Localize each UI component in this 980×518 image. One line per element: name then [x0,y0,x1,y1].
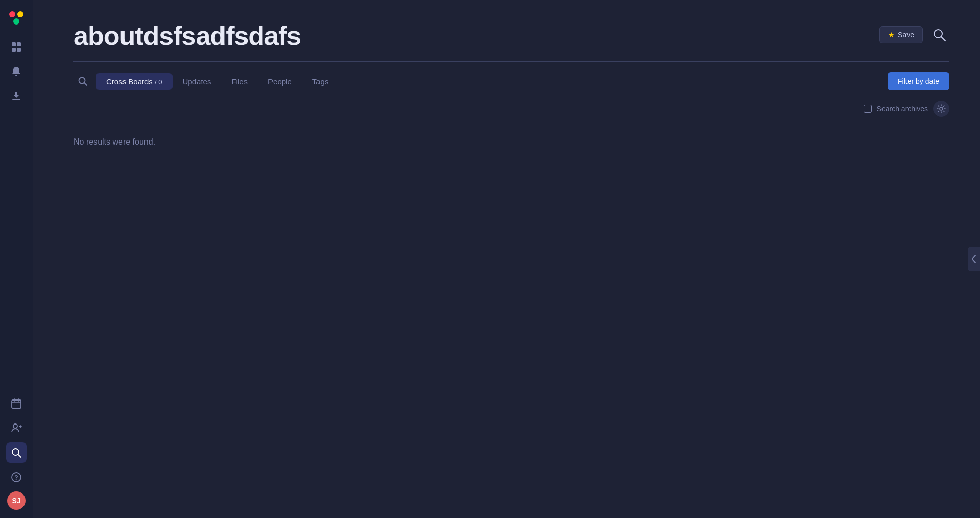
sidebar-item-search[interactable] [6,442,27,463]
tab-people[interactable]: People [258,73,302,90]
svg-rect-7 [12,99,20,100]
tab-files[interactable]: Files [221,73,258,90]
sidebar-item-help[interactable]: ? [6,467,27,487]
archives-row: Search archives [74,101,949,117]
sidebar-item-download[interactable] [6,86,27,106]
tabs-row: Cross Boards / 0 Updates Files People Ta… [74,72,949,90]
sidebar-item-grid[interactable] [6,37,27,57]
svg-text:?: ? [14,474,18,481]
search-archives-label: Search archives [877,105,928,113]
header-search-button[interactable] [929,25,949,45]
settings-button[interactable] [933,101,949,117]
tab-search-button[interactable] [74,72,92,90]
sidebar: ? SJ [0,0,33,518]
sidebar-item-notifications[interactable] [6,61,27,82]
right-panel-toggle-button[interactable] [968,247,980,271]
search-archives-checkbox[interactable] [864,105,872,113]
tab-updates[interactable]: Updates [173,73,222,90]
svg-rect-8 [12,400,21,408]
tab-tags[interactable]: Tags [302,73,339,90]
sidebar-item-add-user[interactable] [6,418,27,438]
svg-line-20 [941,37,945,41]
star-icon: ★ [888,31,895,39]
svg-point-2 [13,18,19,25]
header-actions: ★ Save [879,25,949,45]
sidebar-item-calendar[interactable] [6,393,27,414]
user-avatar[interactable]: SJ [7,491,26,510]
filter-by-date-button[interactable]: Filter by date [888,72,949,90]
page-title: aboutdsfsadfsdafs [74,20,301,51]
app-logo[interactable] [6,8,27,29]
svg-point-23 [940,107,943,110]
svg-line-22 [84,83,87,85]
svg-point-0 [9,11,15,17]
svg-rect-4 [17,42,21,46]
svg-point-1 [17,11,23,17]
tab-cross-boards[interactable]: Cross Boards / 0 [96,73,173,90]
svg-rect-5 [12,48,16,52]
page-header: aboutdsfsadfsdafs ★ Save [74,20,949,51]
header-divider [74,61,949,62]
main-content: aboutdsfsadfsdafs ★ Save Cross Boar [33,0,980,518]
svg-rect-3 [12,42,16,46]
svg-line-16 [18,454,21,457]
svg-rect-6 [17,48,21,52]
svg-point-12 [13,424,17,428]
save-button[interactable]: ★ Save [879,26,923,43]
no-results-message: No results were found. [74,137,949,147]
